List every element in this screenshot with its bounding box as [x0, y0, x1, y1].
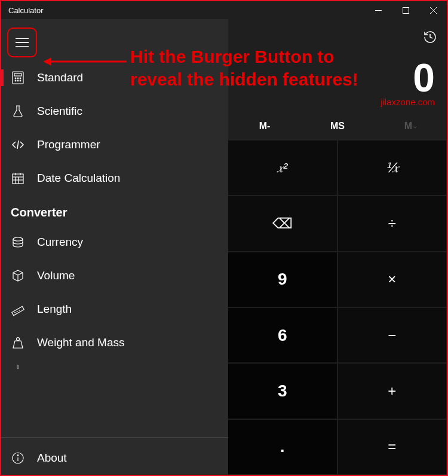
watermark-text: jilaxzone.com — [228, 97, 447, 107]
key-backspace[interactable]: ⌫ — [228, 196, 337, 251]
svg-rect-1 — [403, 7, 409, 13]
svg-line-21 — [14, 312, 16, 313]
svg-point-9 — [15, 80, 16, 81]
titlebar: Calculator — [0, 0, 448, 19]
maximize-button[interactable] — [392, 1, 419, 19]
converter-section-header: Converter — [1, 195, 228, 225]
calendar-icon — [11, 171, 25, 185]
nav-item-scientific[interactable]: Scientific — [1, 94, 228, 128]
nav-item-label: Date Calculation — [37, 172, 120, 185]
svg-point-8 — [20, 78, 21, 79]
svg-rect-5 — [14, 74, 22, 76]
svg-point-10 — [17, 80, 19, 81]
key-add[interactable]: + — [338, 364, 447, 418]
key-6[interactable]: 6 — [228, 308, 337, 362]
nav-item-truncated[interactable] — [1, 359, 228, 377]
nav-item-label: Scientific — [37, 105, 82, 118]
key-multiply[interactable]: × — [338, 252, 447, 307]
titlebar-title: Calculator — [1, 6, 364, 15]
nav-item-label: Currency — [37, 236, 83, 249]
nav-item-label: Programmer — [37, 138, 100, 151]
minimize-button[interactable] — [364, 1, 392, 19]
svg-point-6 — [15, 78, 16, 79]
key-9[interactable]: 9 — [228, 252, 337, 307]
nav-item-volume[interactable]: Volume — [1, 259, 228, 292]
memory-minus-button[interactable]: M- — [228, 112, 301, 141]
key-reciprocal[interactable]: ⅟𝑥 — [338, 141, 447, 195]
memory-row: M- MS M⌵ — [228, 112, 447, 141]
info-icon — [11, 451, 25, 465]
weight-icon — [11, 335, 25, 350]
menu-divider — [1, 437, 228, 438]
hamburger-button[interactable] — [7, 28, 37, 57]
history-icon[interactable] — [423, 30, 437, 44]
display-value: 0 — [228, 55, 435, 100]
nav-item-about[interactable]: About — [1, 441, 228, 475]
svg-point-24 — [17, 338, 20, 341]
nav-item-length[interactable]: Length — [1, 292, 228, 326]
nav-item-weight[interactable]: Weight and Mass — [1, 326, 228, 359]
key-decimal[interactable]: . — [228, 420, 337, 474]
svg-rect-20 — [12, 306, 24, 315]
nav-item-label: Volume — [37, 269, 75, 282]
cube-icon — [11, 268, 25, 283]
svg-point-28 — [17, 455, 19, 456]
nav-item-label: About — [37, 451, 67, 465]
svg-rect-12 — [13, 174, 23, 184]
key-divide[interactable]: ÷ — [338, 196, 447, 251]
key-equals[interactable]: = — [338, 420, 447, 474]
currency-icon — [11, 235, 25, 249]
flask-icon — [11, 104, 25, 118]
memory-dropdown-button[interactable]: M⌵ — [374, 112, 447, 141]
nav-item-label: Length — [37, 303, 72, 316]
svg-line-22 — [17, 311, 18, 312]
window-controls — [364, 1, 447, 19]
keypad: 𝑥² ⅟𝑥 ⌫ ÷ 9 × 6 − 3 + . = — [228, 141, 447, 475]
svg-point-11 — [20, 80, 21, 81]
nav-item-currency[interactable]: Currency — [1, 225, 228, 259]
display-area: 0 — [228, 55, 447, 100]
close-button[interactable] — [419, 1, 447, 19]
svg-point-7 — [17, 78, 19, 79]
nav-item-programmer[interactable]: Programmer — [1, 128, 228, 161]
key-3[interactable]: 3 — [228, 364, 337, 418]
nav-item-standard[interactable]: Standard — [1, 61, 228, 94]
ruler-icon — [11, 302, 25, 316]
code-icon — [11, 138, 25, 152]
nav-item-date-calculation[interactable]: Date Calculation — [1, 161, 228, 195]
nav-item-label: Weight and Mass — [37, 336, 124, 349]
svg-rect-25 — [17, 365, 19, 368]
key-subtract[interactable]: − — [338, 308, 447, 362]
memory-store-button[interactable]: MS — [301, 112, 374, 141]
calculator-icon — [11, 71, 25, 85]
thermometer-icon — [11, 361, 25, 375]
key-x-squared[interactable]: 𝑥² — [228, 141, 337, 195]
svg-point-19 — [13, 237, 23, 241]
calculator-panel: 0 jilaxzone.com M- MS M⌵ 𝑥² ⅟𝑥 ⌫ ÷ 9 × 6… — [228, 19, 447, 475]
navigation-pane: Standard Scientific Programmer Date Calc… — [1, 19, 228, 475]
nav-item-label: Standard — [37, 71, 83, 84]
svg-line-23 — [19, 310, 20, 311]
